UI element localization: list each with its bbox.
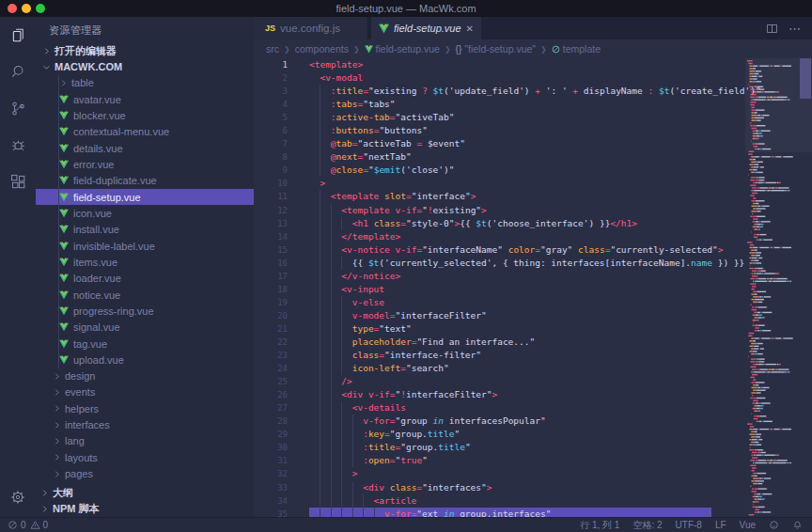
chevron-down-icon [42, 63, 51, 71]
vue-icon [59, 127, 69, 136]
tree-item-label: contextual-menu.vue [73, 126, 169, 137]
code-line-27: 27<v-details [254, 401, 812, 415]
status-feedback[interactable] [769, 520, 779, 530]
outline-section[interactable]: 大纲 [36, 485, 254, 501]
code-line-17: 17</v-notice> [254, 270, 812, 283]
breadcrumb-template[interactable]: template [552, 43, 601, 55]
status-Vue[interactable]: Vue [740, 520, 756, 530]
more-actions-icon[interactable]: ⋯ [789, 22, 802, 36]
tree-item-avatar.vue[interactable]: avatar.vue [36, 91, 254, 107]
breadcrumb-separator: ❯ [540, 45, 547, 54]
tree-item-label: layouts [65, 452, 98, 463]
line-number: 8 [254, 150, 288, 164]
status-11[interactable]: 行 1, 列 1 [580, 519, 619, 532]
tree-item-label: icon.vue [73, 208, 112, 219]
close-window-button [8, 4, 17, 13]
tree-item-upload.vue[interactable]: upload.vue [36, 352, 254, 368]
tree-item-interfaces[interactable]: interfaces [36, 416, 254, 432]
vue-icon [59, 274, 69, 283]
tree-item-lang[interactable]: lang [36, 433, 254, 449]
npm-scripts-section[interactable]: NPM 脚本 [36, 501, 254, 517]
tree-item-progress-ring.vue[interactable]: progress-ring.vue [36, 303, 254, 319]
tree-item-field-setup.vue[interactable]: field-setup.vue [36, 189, 254, 205]
tree-item-label: field-duplicate.vue [73, 175, 157, 186]
code-line-7: 7@tab="activeTab = $event" [254, 137, 812, 150]
code-line-24: 24icon-left="search" [254, 362, 812, 375]
close-tab-icon[interactable]: ✕ [462, 23, 474, 34]
status-UTF8[interactable]: UTF-8 [676, 520, 702, 530]
code-editor[interactable]: 1<template>2<v-modal3:title="existing ? … [254, 58, 812, 517]
vue-icon [59, 95, 69, 104]
minimap[interactable] [745, 58, 799, 517]
workspace-section[interactable]: MACWK.COM [36, 59, 254, 75]
tree-item-error.vue[interactable]: error.vue [36, 156, 254, 172]
breadcrumb-components[interactable]: components [295, 43, 349, 55]
activity-debug-button[interactable] [0, 127, 36, 164]
tree-item-details.vue[interactable]: details.vue [36, 140, 254, 156]
tree-item-label: progress-ring.vue [73, 305, 154, 317]
activity-search-button[interactable] [0, 54, 36, 90]
tree-item-pages[interactable]: pages [36, 465, 254, 481]
tab-bar: JSvue.config.jsfield-setup.vue✕ ⋯ [254, 17, 812, 39]
tree-item-tag.vue[interactable]: tag.vue [36, 336, 254, 352]
activity-settings-button[interactable] [0, 478, 36, 515]
code-line-21: 21type="text" [254, 322, 812, 336]
line-number: 20 [254, 309, 288, 322]
tab-label: vue.config.js [280, 23, 340, 34]
activity-files-button[interactable] [0, 17, 36, 54]
line-number: 2 [254, 71, 288, 85]
tree-item-layouts[interactable]: layouts [36, 449, 254, 465]
file-tree: tableavatar.vueblocker.vuecontextual-men… [36, 75, 254, 482]
activity-extensions-button[interactable] [0, 164, 36, 200]
line-number: 21 [254, 322, 288, 336]
tree-item-icon.vue[interactable]: icon.vue [36, 205, 254, 221]
tree-item-loader.vue[interactable]: loader.vue [36, 271, 254, 287]
line-number: 14 [254, 230, 288, 243]
line-number: 33 [254, 481, 288, 494]
split-editor-icon[interactable] [766, 23, 778, 35]
zoom-window-button [36, 4, 45, 13]
tree-item-blocker.vue[interactable]: blocker.vue [36, 107, 254, 123]
vue-icon [59, 322, 69, 332]
tree-item-invisible-label.vue[interactable]: invisible-label.vue [36, 238, 254, 254]
tree-item-items.vue[interactable]: items.vue [36, 254, 254, 270]
tree-item-table[interactable]: table [36, 75, 254, 91]
traffic-lights[interactable] [8, 4, 45, 13]
breadcrumb-field-setup.vue[interactable]: {}"field-setup.vue" [456, 43, 536, 55]
status-2[interactable]: 空格: 2 [632, 519, 662, 532]
status-bell[interactable] [792, 520, 803, 530]
vue-icon [59, 209, 69, 218]
scrollbar-thumb[interactable] [800, 58, 811, 99]
status-LF[interactable]: LF [715, 520, 726, 530]
status-warning[interactable]: 0 [30, 520, 49, 530]
code-line-31: 31:open="true" [254, 454, 812, 467]
settings-icon [9, 489, 26, 506]
status-error[interactable]: 0 [8, 520, 26, 530]
tree-item-label: pages [65, 468, 93, 479]
tree-item-field-duplicate.vue[interactable]: field-duplicate.vue [36, 173, 254, 189]
tree-item-install.vue[interactable]: install.vue [36, 222, 254, 238]
chevron-right-icon [53, 470, 61, 478]
line-number: 19 [254, 296, 288, 309]
activity-source-control-button[interactable] [0, 90, 36, 127]
error-icon [8, 520, 18, 530]
tab-vue.config.js[interactable]: JSvue.config.js [254, 17, 368, 39]
tree-item-label: table [71, 77, 94, 88]
warning-icon [30, 520, 40, 530]
tree-item-events[interactable]: events [36, 384, 254, 400]
tree-item-design[interactable]: design [36, 368, 254, 384]
code-line-2: 2<v-modal [254, 71, 812, 85]
breadcrumb-field-setup.vue[interactable]: field-setup.vue [365, 43, 440, 55]
workspace-label: MACWK.COM [55, 61, 122, 72]
tree-item-contextual-menu.vue[interactable]: contextual-menu.vue [36, 124, 254, 140]
breadcrumb-src[interactable]: src [266, 43, 279, 55]
tree-item-helpers[interactable]: helpers [36, 400, 254, 416]
code-line-28: 28v-for="group in interfacesPopular" [254, 415, 812, 428]
tab-field-setup.vue[interactable]: field-setup.vue✕ [371, 17, 481, 39]
open-editors-section[interactable]: 打开的编辑器 [36, 43, 254, 59]
tree-item-notice.vue[interactable]: notice.vue [36, 287, 254, 303]
tree-item-signal.vue[interactable]: signal.vue [36, 320, 254, 336]
line-number: 3 [254, 85, 288, 98]
code-line-12: 12<template v-if="!existing"> [254, 204, 812, 217]
code-line-16: 16{{ $t('currently_selected', { thing: i… [254, 257, 812, 270]
